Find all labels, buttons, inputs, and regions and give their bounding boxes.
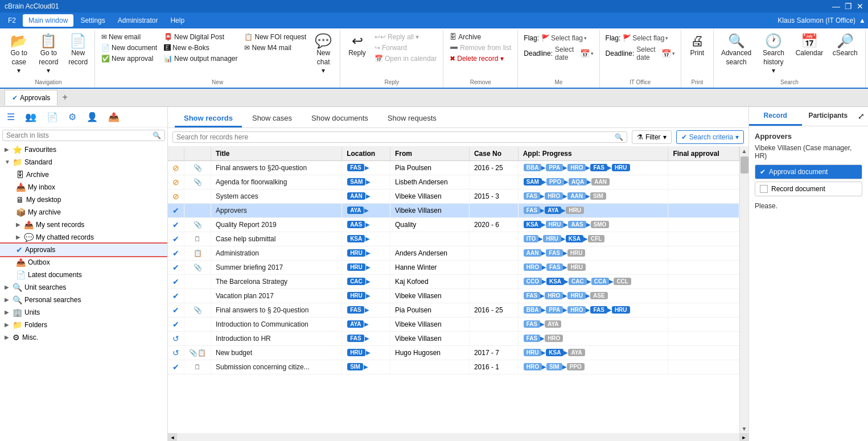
sidebar-item-approvals[interactable]: ✔ Approvals [0, 244, 167, 256]
new-output-manager-btn[interactable]: 📊 New output manager [161, 53, 240, 64]
csearch-btn[interactable]: 🔎 cSearch [828, 32, 862, 60]
sidebar-item-outbox[interactable]: 📤 Outbox [0, 256, 167, 269]
goto-record-btn[interactable]: 📋 Go torecord ▾ [33, 32, 64, 78]
table-row[interactable]: ✔ 📎 Final answers to § 20-question FAS▶ … [168, 303, 739, 317]
sidebar-item-mychattedrecords[interactable]: ▶ 💬 My chatted records [0, 231, 167, 244]
title-cell[interactable]: Final answers to §20-question [211, 160, 342, 175]
approvals-tab[interactable]: ✔ Approvals [5, 90, 57, 105]
tab-show-records[interactable]: Show records [175, 110, 242, 127]
close-btn[interactable]: ✕ [857, 2, 863, 11]
archive-btn[interactable]: 🗄 Archive [447, 32, 514, 42]
scroll-up-arrow[interactable]: ▲ [740, 147, 748, 155]
sidebar-gear-icon[interactable]: ⚙ [64, 109, 81, 125]
table-row[interactable]: ✔ 🗒 Submission concerning citize... SIM▶… [168, 360, 739, 374]
sidebar-people-icon[interactable]: 👥 [20, 109, 41, 125]
tab-show-requests[interactable]: Show requests [379, 110, 446, 127]
filter-btn[interactable]: ⚗ Filter ▾ [632, 130, 672, 144]
itoffice-select-flag-btn[interactable]: 🚩 Select flag ▾ [623, 34, 668, 42]
records-search-input[interactable] [176, 133, 615, 141]
right-panel-expand-btn[interactable]: ⤢ [854, 107, 868, 126]
horizontal-scrollbar[interactable]: ◄ ► [168, 433, 748, 441]
new-m4-btn[interactable]: ✉ New M4 mail [241, 43, 309, 53]
tab-show-cases[interactable]: Show cases [243, 110, 301, 127]
sidebar-item-standard[interactable]: ▼ 📁 Standard [0, 156, 167, 168]
table-row[interactable]: ⊘ System acces AAN▶ Vibeke Villasen 2015… [168, 189, 739, 203]
col-from[interactable]: From [390, 147, 469, 161]
table-row[interactable]: ✔ The Barcelona Strategy CAC▶ Kaj Kofoed… [168, 274, 739, 288]
right-tab-record[interactable]: Record [749, 107, 802, 126]
sidebar-item-mydesktop[interactable]: 🖥 My desktop [0, 193, 167, 206]
new-digital-post-btn[interactable]: 📮 New Digital Post [161, 32, 240, 42]
table-scrollbar[interactable]: ▲ ▼ [739, 147, 748, 433]
title-cell[interactable]: Administration [211, 246, 342, 260]
sidebar-item-mysentrecords[interactable]: ▶ 📤 My sent records [0, 219, 167, 231]
sidebar-item-units[interactable]: ▶ 🏢 Units [0, 306, 167, 319]
right-tab-participants[interactable]: Participants [802, 107, 855, 126]
sidebar-list-icon[interactable]: ☰ [2, 109, 19, 125]
advanced-search-btn[interactable]: 🔍 Advancedsearch [717, 32, 756, 69]
table-row[interactable]: ⊘ 📎 Agenda for floorwalking SAM▶ Lisbeth… [168, 175, 739, 189]
sidebar-item-misc[interactable]: ▶ ⚙ Misc. [0, 331, 167, 344]
approval-document-btn[interactable]: ✔ Approval document [755, 164, 862, 179]
reply-all-btn[interactable]: ↩↩ Reply all ▾ [372, 32, 439, 42]
menu-main-window[interactable]: Main window [23, 14, 73, 27]
title-cell[interactable]: Final answers to § 20-question [211, 303, 342, 317]
title-cell[interactable]: The Barcelona Strategy [211, 274, 342, 288]
remove-from-list-btn[interactable]: ➖ Remove from list [447, 43, 514, 53]
title-cell[interactable]: Summer briefing 2017 [211, 260, 342, 274]
new-record-btn[interactable]: 📄 Newrecord [65, 32, 91, 69]
title-cell[interactable]: Introduction to Communication [211, 317, 342, 331]
print-btn[interactable]: 🖨 Print [685, 32, 710, 60]
title-cell[interactable]: System acces [211, 189, 342, 203]
goto-case-btn[interactable]: 📂 Go tocase ▾ [6, 32, 32, 78]
record-document-btn[interactable]: Record document [755, 182, 862, 196]
me-select-flag-btn[interactable]: 🚩 Select flag ▾ [541, 34, 587, 42]
col-caseno[interactable]: Case No [469, 147, 518, 161]
menu-help[interactable]: Help [164, 14, 190, 27]
title-cell[interactable]: New budget [211, 345, 342, 360]
sidebar-person-icon[interactable]: 👤 [82, 109, 102, 125]
h-scroll-right-btn[interactable]: ► [739, 433, 748, 441]
col-finalapproval[interactable]: Final approval [668, 147, 739, 161]
itoffice-select-date-btn[interactable]: Select date 📅 ▾ [636, 46, 675, 61]
title-cell[interactable]: Agenda for floorwalking [211, 175, 342, 189]
search-history-btn[interactable]: 🕐 Searchhistory ▾ [756, 32, 790, 78]
open-calendar-btn[interactable]: 📅 Open in calendar [372, 53, 439, 64]
new-foi-btn[interactable]: 📋 New FOI request [241, 32, 309, 42]
forward-btn[interactable]: ↪ Forward [372, 43, 439, 53]
table-row[interactable]: ⊘ 📎 Final answers to §20-question FAS▶ P… [168, 160, 739, 175]
table-row[interactable]: ✔ Approvers AYA▶ Vibeke Villasen FAS▶AYA… [168, 203, 739, 217]
minimize-btn[interactable]: — [832, 2, 840, 11]
menu-settings[interactable]: Settings [75, 14, 110, 27]
sidebar-item-archive[interactable]: 🗄 Archive [0, 168, 167, 181]
col-location[interactable]: Location [342, 147, 390, 161]
menu-f2[interactable]: F2 [2, 14, 22, 27]
table-row[interactable]: ✔ 🗒 Case help submittal KSA▶ ITO▶HRU▶KSA… [168, 232, 739, 246]
sidebar-search-input[interactable] [6, 131, 153, 139]
col-title[interactable]: Title [211, 147, 342, 161]
sidebar-item-folders[interactable]: ▶ 📁 Folders [0, 319, 167, 331]
title-cell[interactable]: Approvers [211, 203, 342, 217]
sidebar-item-myarchive[interactable]: 📦 My archive [0, 206, 167, 219]
title-cell[interactable]: Case help submittal [211, 232, 342, 246]
h-scroll-left-btn[interactable]: ◄ [168, 433, 177, 441]
reply-btn[interactable]: ↩ Reply [344, 32, 371, 60]
records-table-wrapper[interactable]: Title Location From Case No Appl: Progre… [168, 147, 739, 433]
delete-record-btn[interactable]: ✖ Delete record ▾ [447, 53, 514, 64]
collapse-icon[interactable]: ▲ [859, 17, 866, 24]
sidebar-item-myinbox[interactable]: 📥 My inbox [0, 181, 167, 193]
restore-btn[interactable]: ❐ [845, 2, 852, 11]
new-chat-btn[interactable]: 💬 Newchat ▾ [310, 32, 336, 78]
new-eboks-btn[interactable]: 🅴 New e-Boks [161, 43, 240, 53]
new-document-btn[interactable]: 📄 New document [98, 43, 160, 53]
new-email-btn[interactable]: ✉ New email [98, 32, 160, 42]
tab-show-documents[interactable]: Show documents [302, 110, 377, 127]
table-row[interactable]: ✔ Vacation plan 2017 HRU▶ Vibeke Villase… [168, 288, 739, 303]
me-select-date-btn[interactable]: Select date 📅 ▾ [555, 46, 594, 61]
table-row[interactable]: ↺ 📎📋 New budget HRU▶ Hugo Hugosen 2017 -… [168, 345, 739, 360]
title-cell[interactable]: Introduction to HR [211, 331, 342, 345]
title-cell[interactable]: Quality Report 2019 [211, 217, 342, 232]
scroll-down-arrow[interactable]: ▼ [740, 424, 748, 433]
calendar-btn[interactable]: 📅 Calendar [791, 32, 827, 60]
sidebar-item-personalsearches[interactable]: ▶ 🔍 Personal searches [0, 294, 167, 306]
